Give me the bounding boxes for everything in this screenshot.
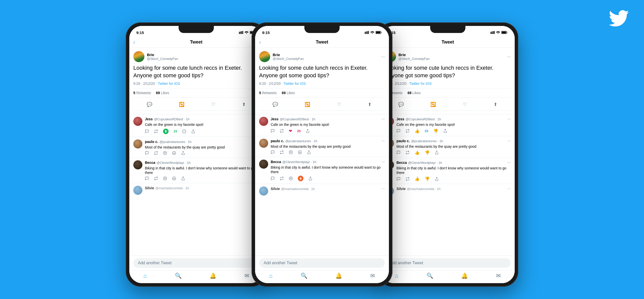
- add-tweet-input-3[interactable]: Add another Tweet: [385, 258, 511, 268]
- search-icon-2[interactable]: 🔍: [301, 273, 307, 279]
- tweet-stats-2: 5 Retweets 69 Likes: [259, 88, 385, 98]
- reply-comment-jess-2[interactable]: [271, 129, 275, 133]
- reply-icon-3[interactable]: 💬: [397, 100, 405, 109]
- author-name-1: Brie: [147, 53, 255, 57]
- reply-handle-silvie-1: @machadocomida · 1h: [155, 186, 189, 190]
- reply-share-becca-2[interactable]: [308, 176, 312, 180]
- reply-thumbsup-becca-3[interactable]: 👍: [415, 176, 420, 181]
- messages-icon-2[interactable]: ✉: [370, 273, 375, 279]
- reply-share-paulo-1[interactable]: [181, 151, 185, 155]
- back-button-1[interactable]: ‹: [133, 39, 135, 45]
- reply-name-silvie-3: Silvie: [396, 187, 406, 191]
- reply-rt-jess-2[interactable]: [280, 129, 284, 133]
- reply-rt-becca-3[interactable]: [406, 177, 410, 181]
- share-icon-2[interactable]: ⬆: [366, 100, 373, 109]
- reply-rt-jess-3[interactable]: [406, 129, 410, 133]
- reply-thumbsup-paulo-3[interactable]: 👍: [415, 150, 420, 155]
- reply-rt-becca-2[interactable]: [280, 176, 284, 180]
- reply-upvote-becca-1[interactable]: [163, 176, 167, 180]
- like-icon-1[interactable]: ♡: [210, 100, 217, 109]
- reply-comment-becca-1[interactable]: [145, 176, 149, 180]
- twitter-for-ios-link-3[interactable]: Twitter for iOS: [409, 82, 432, 86]
- add-tweet-input-2[interactable]: Add another Tweet: [259, 258, 385, 268]
- reply-upvote-paulo-1[interactable]: [163, 151, 167, 155]
- reply-more-jess-2[interactable]: ···: [382, 117, 385, 121]
- reply-more-becca-2[interactable]: ···: [382, 160, 385, 164]
- messages-icon-1[interactable]: ✉: [245, 273, 249, 279]
- reply-downvote-becca-2[interactable]: [298, 176, 303, 181]
- share-icon-3[interactable]: ⬆: [492, 100, 499, 109]
- reply-rt-paulo-1[interactable]: [154, 151, 158, 155]
- reply-comment-jess-1[interactable]: [145, 129, 149, 133]
- nav-title-2: Tweet: [316, 40, 328, 45]
- reply-comment-paulo-1[interactable]: [145, 151, 149, 155]
- reply-share-jess-1[interactable]: [191, 129, 195, 133]
- reply-rt-paulo-3[interactable]: [406, 151, 410, 155]
- reply-more-paulo-3[interactable]: ···: [507, 139, 511, 143]
- retweet-icon-3[interactable]: 🔁: [429, 100, 437, 109]
- reply-thumbsup-jess-3[interactable]: 👍: [415, 129, 420, 133]
- reply-comment-jess-3[interactable]: [396, 129, 400, 133]
- add-tweet-input-1[interactable]: Add another Tweet: [133, 258, 259, 268]
- reply-share-paulo-3[interactable]: [435, 151, 439, 155]
- reply-upvote-becca-2[interactable]: [289, 176, 293, 180]
- retweet-icon-1[interactable]: 🔁: [177, 100, 186, 109]
- reply-more-paulo-2[interactable]: ···: [382, 139, 385, 143]
- svg-rect-37: [491, 32, 491, 34]
- notifications-icon-2[interactable]: 🔔: [335, 273, 342, 279]
- like-icon-2[interactable]: ♡: [336, 100, 343, 109]
- reply-share-jess-2[interactable]: [306, 129, 310, 133]
- twitter-for-ios-link-1[interactable]: Twitter for iOS: [158, 82, 180, 86]
- avatar-brie-1: [133, 51, 144, 62]
- reply-heart-jess-2[interactable]: ❤: [289, 129, 292, 133]
- reply-downvote-becca-1[interactable]: [172, 176, 176, 180]
- reply-share-becca-3[interactable]: [435, 177, 439, 181]
- reply-thumbsdown-becca-3[interactable]: 👎: [425, 176, 430, 181]
- status-icons-2: [365, 31, 382, 34]
- reply-comment-becca-3[interactable]: [396, 177, 400, 181]
- reply-more-silvie-3[interactable]: ···: [507, 186, 511, 191]
- reply-more-becca-3[interactable]: ···: [507, 160, 511, 165]
- retweet-icon-2[interactable]: 🔁: [303, 100, 312, 109]
- reply-rt-jess-1[interactable]: [154, 129, 158, 133]
- reply-upvote-jess-1[interactable]: [163, 129, 169, 134]
- search-icon-1[interactable]: 🔍: [175, 273, 182, 279]
- tweet-more-2[interactable]: ···: [381, 54, 385, 59]
- reply-icon-1[interactable]: 💬: [145, 100, 154, 109]
- reply-thumbsdown-paulo-3[interactable]: 👎: [425, 150, 430, 155]
- reply-downvote-paulo-1[interactable]: [172, 151, 176, 155]
- reply-comment-paulo-2[interactable]: [271, 150, 275, 154]
- reply-handle-paulo-1: @pcabralantunes · 1h: [159, 140, 191, 144]
- reply-rt-becca-1[interactable]: [154, 176, 158, 180]
- reply-name-silvie-2: Silvie: [271, 187, 280, 191]
- reply-more-silvie-2[interactable]: ···: [382, 186, 385, 191]
- tweet-content-1: Brie @Sktch_ComedyFan ··· Looking for so…: [129, 48, 263, 283]
- reply-downvote-jess-1[interactable]: [182, 129, 186, 133]
- messages-icon-3[interactable]: ✉: [496, 273, 501, 279]
- svg-rect-2: [241, 31, 242, 34]
- reply-icon-2[interactable]: 💬: [271, 100, 279, 109]
- search-icon-3[interactable]: 🔍: [426, 273, 433, 279]
- reply-share-paulo-2[interactable]: [307, 150, 311, 154]
- home-icon-3[interactable]: ⌂: [395, 273, 398, 279]
- notifications-icon-3[interactable]: 🔔: [461, 273, 468, 279]
- reply-comment-becca-2[interactable]: [271, 176, 275, 180]
- back-button-2[interactable]: ‹: [259, 39, 261, 45]
- share-icon-1[interactable]: ⬆: [240, 100, 247, 109]
- reply-downvote-paulo-2[interactable]: [298, 150, 302, 154]
- home-icon-1[interactable]: ⌂: [143, 273, 147, 279]
- reply-rt-paulo-2[interactable]: [280, 150, 284, 154]
- like-icon-3[interactable]: ♡: [461, 100, 468, 109]
- home-icon-2[interactable]: ⌂: [269, 273, 272, 279]
- reply-upvote-paulo-2[interactable]: [289, 150, 293, 154]
- tweet-more-3[interactable]: ···: [507, 54, 511, 59]
- reply-comment-paulo-3[interactable]: [396, 151, 400, 155]
- reply-actions-jess-3: 👍 25 👎: [396, 129, 511, 133]
- reply-share-becca-1[interactable]: [181, 176, 185, 180]
- twitter-for-ios-link-2[interactable]: Twitter for iOS: [284, 82, 306, 86]
- notifications-icon-1[interactable]: 🔔: [210, 273, 216, 279]
- reply-thumbsdown-jess-3[interactable]: 👎: [433, 129, 438, 133]
- reply-body-becca-3: Becca @CleverWordplayr · 1h ··· Biking i…: [396, 160, 511, 181]
- reply-share-jess-3[interactable]: [443, 129, 447, 133]
- reply-more-jess-3[interactable]: ···: [507, 117, 511, 121]
